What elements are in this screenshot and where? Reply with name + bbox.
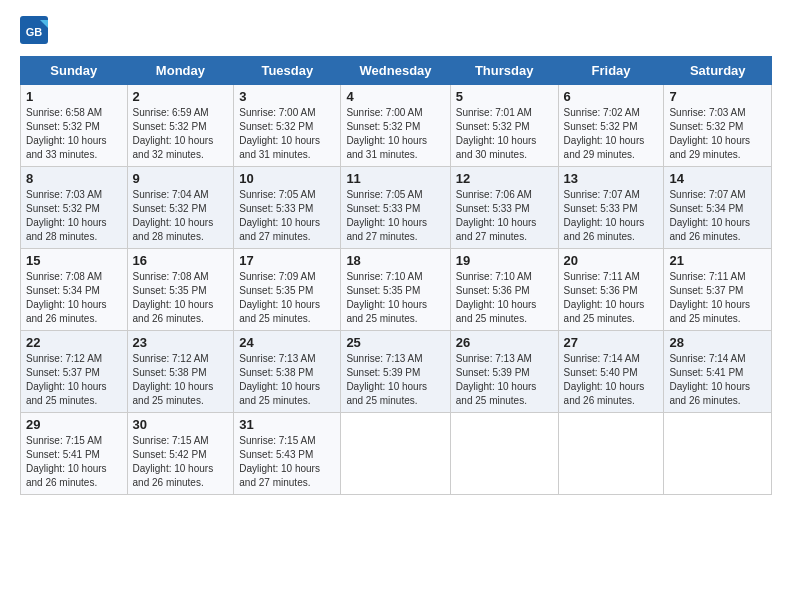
calendar-day-16: 16Sunrise: 7:08 AMSunset: 5:35 PMDayligh… [127, 249, 234, 331]
calendar-day-13: 13Sunrise: 7:07 AMSunset: 5:33 PMDayligh… [558, 167, 664, 249]
calendar-day-1: 1Sunrise: 6:58 AMSunset: 5:32 PMDaylight… [21, 85, 128, 167]
weekday-wednesday: Wednesday [341, 57, 450, 85]
calendar-day-19: 19Sunrise: 7:10 AMSunset: 5:36 PMDayligh… [450, 249, 558, 331]
calendar-day-28: 28Sunrise: 7:14 AMSunset: 5:41 PMDayligh… [664, 331, 772, 413]
weekday-header-row: SundayMondayTuesdayWednesdayThursdayFrid… [21, 57, 772, 85]
calendar-day-12: 12Sunrise: 7:06 AMSunset: 5:33 PMDayligh… [450, 167, 558, 249]
calendar-day-15: 15Sunrise: 7:08 AMSunset: 5:34 PMDayligh… [21, 249, 128, 331]
calendar-day-26: 26Sunrise: 7:13 AMSunset: 5:39 PMDayligh… [450, 331, 558, 413]
calendar-day-31: 31Sunrise: 7:15 AMSunset: 5:43 PMDayligh… [234, 413, 341, 495]
calendar-day-23: 23Sunrise: 7:12 AMSunset: 5:38 PMDayligh… [127, 331, 234, 413]
weekday-tuesday: Tuesday [234, 57, 341, 85]
calendar-day-10: 10Sunrise: 7:05 AMSunset: 5:33 PMDayligh… [234, 167, 341, 249]
calendar-week-4: 22Sunrise: 7:12 AMSunset: 5:37 PMDayligh… [21, 331, 772, 413]
calendar-day-3: 3Sunrise: 7:00 AMSunset: 5:32 PMDaylight… [234, 85, 341, 167]
calendar-day-24: 24Sunrise: 7:13 AMSunset: 5:38 PMDayligh… [234, 331, 341, 413]
calendar-week-2: 8Sunrise: 7:03 AMSunset: 5:32 PMDaylight… [21, 167, 772, 249]
calendar-week-1: 1Sunrise: 6:58 AMSunset: 5:32 PMDaylight… [21, 85, 772, 167]
logo: GB [20, 16, 52, 44]
calendar-day-22: 22Sunrise: 7:12 AMSunset: 5:37 PMDayligh… [21, 331, 128, 413]
calendar-day-7: 7Sunrise: 7:03 AMSunset: 5:32 PMDaylight… [664, 85, 772, 167]
calendar-day-20: 20Sunrise: 7:11 AMSunset: 5:36 PMDayligh… [558, 249, 664, 331]
svg-text:GB: GB [26, 26, 43, 38]
calendar-day-18: 18Sunrise: 7:10 AMSunset: 5:35 PMDayligh… [341, 249, 450, 331]
calendar-body: 1Sunrise: 6:58 AMSunset: 5:32 PMDaylight… [21, 85, 772, 495]
calendar-day-2: 2Sunrise: 6:59 AMSunset: 5:32 PMDaylight… [127, 85, 234, 167]
weekday-friday: Friday [558, 57, 664, 85]
weekday-monday: Monday [127, 57, 234, 85]
calendar-day-11: 11Sunrise: 7:05 AMSunset: 5:33 PMDayligh… [341, 167, 450, 249]
weekday-saturday: Saturday [664, 57, 772, 85]
calendar-empty-cell [558, 413, 664, 495]
calendar-day-17: 17Sunrise: 7:09 AMSunset: 5:35 PMDayligh… [234, 249, 341, 331]
calendar-day-30: 30Sunrise: 7:15 AMSunset: 5:42 PMDayligh… [127, 413, 234, 495]
calendar-day-14: 14Sunrise: 7:07 AMSunset: 5:34 PMDayligh… [664, 167, 772, 249]
weekday-sunday: Sunday [21, 57, 128, 85]
calendar-empty-cell [450, 413, 558, 495]
calendar-day-5: 5Sunrise: 7:01 AMSunset: 5:32 PMDaylight… [450, 85, 558, 167]
calendar-week-3: 15Sunrise: 7:08 AMSunset: 5:34 PMDayligh… [21, 249, 772, 331]
calendar-table: SundayMondayTuesdayWednesdayThursdayFrid… [20, 56, 772, 495]
calendar-day-25: 25Sunrise: 7:13 AMSunset: 5:39 PMDayligh… [341, 331, 450, 413]
calendar-empty-cell [664, 413, 772, 495]
calendar-day-29: 29Sunrise: 7:15 AMSunset: 5:41 PMDayligh… [21, 413, 128, 495]
calendar-day-27: 27Sunrise: 7:14 AMSunset: 5:40 PMDayligh… [558, 331, 664, 413]
calendar-day-8: 8Sunrise: 7:03 AMSunset: 5:32 PMDaylight… [21, 167, 128, 249]
calendar-day-6: 6Sunrise: 7:02 AMSunset: 5:32 PMDaylight… [558, 85, 664, 167]
calendar-day-9: 9Sunrise: 7:04 AMSunset: 5:32 PMDaylight… [127, 167, 234, 249]
logo-icon: GB [20, 16, 48, 44]
calendar-day-4: 4Sunrise: 7:00 AMSunset: 5:32 PMDaylight… [341, 85, 450, 167]
calendar-empty-cell [341, 413, 450, 495]
weekday-thursday: Thursday [450, 57, 558, 85]
calendar-week-5: 29Sunrise: 7:15 AMSunset: 5:41 PMDayligh… [21, 413, 772, 495]
calendar-day-21: 21Sunrise: 7:11 AMSunset: 5:37 PMDayligh… [664, 249, 772, 331]
